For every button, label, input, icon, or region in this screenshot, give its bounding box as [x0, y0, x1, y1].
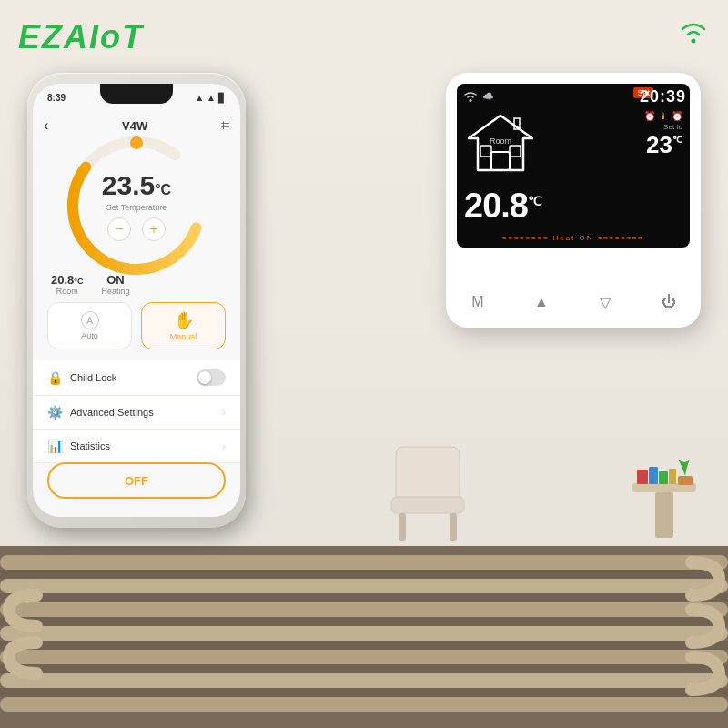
svg-rect-29 [491, 152, 510, 170]
side-table [628, 456, 701, 551]
svg-rect-4 [0, 650, 728, 664]
status-bar-icons: ▲ ▲ ▊ [195, 93, 226, 103]
wifi-signal-icon [677, 18, 710, 52]
thermostat-time: 20:39 [640, 87, 686, 106]
back-button[interactable]: ‹ [44, 117, 48, 134]
increase-temperature-button[interactable]: + [142, 217, 166, 241]
thermostat-up-button[interactable]: ▲ [529, 289, 554, 315]
child-lock-icon: 🔒 [47, 370, 63, 385]
thermostat-power-button[interactable]: ⏻ [656, 289, 682, 315]
advanced-settings-label: Advanced Settings [70, 407, 222, 418]
svg-rect-5 [0, 673, 728, 688]
svg-rect-3 [0, 626, 728, 641]
svg-rect-16 [399, 513, 406, 541]
advanced-settings-arrow: › [222, 407, 226, 418]
phone-screen: 8:39 ▲ ▲ ▊ ‹ V4W ⌗ [33, 84, 240, 517]
set-temperature-value: 23.5°C [102, 170, 171, 201]
child-lock-toggle[interactable] [197, 369, 226, 386]
status-bar-time: 8:39 [47, 93, 66, 103]
thermostat-set-area: ⏰ 🌡 ⏰ Set to 23℃ [644, 111, 682, 159]
decrease-temperature-button[interactable]: − [107, 217, 131, 241]
thermostat-device: ☁️ Sat 20:39 R [446, 73, 701, 328]
thermostat-menu-button[interactable]: M [465, 289, 490, 315]
temperature-display: 23.5°C Set Temperature − + [102, 170, 171, 241]
svg-rect-23 [669, 469, 676, 484]
svg-rect-12 [0, 688, 728, 697]
svg-rect-8 [0, 593, 728, 602]
brand-logo: EZAIoT [18, 18, 144, 56]
thermostat-room-label: Room [490, 136, 511, 146]
heating-status-label: Heating [101, 287, 129, 296]
battery-icon: ▊ [218, 93, 226, 103]
advanced-settings-item[interactable]: ⚙️ Advanced Settings › [33, 396, 240, 430]
floor-pipes [0, 546, 728, 728]
thermostat-current-temp: 20.8℃ [464, 187, 541, 226]
thermostat-heat-on: ≈≈≈≈≈≈≈≈ Heat ON ≈≈≈≈≈≈≈≈ [464, 234, 682, 242]
thermostat-mode-icon: ☁️ [482, 91, 493, 104]
svg-rect-22 [659, 471, 668, 484]
svg-rect-2 [0, 602, 728, 617]
thermostat-wifi-icon [464, 91, 477, 104]
svg-point-13 [692, 39, 696, 44]
manual-mode-icon: ✋ [174, 310, 194, 330]
manual-mode-label: Manual [170, 332, 197, 341]
thermostat-house-icon: Room [464, 111, 537, 184]
room-temp-value: 20.8°C [51, 273, 83, 287]
svg-rect-24 [678, 476, 693, 485]
edit-button[interactable]: ⌗ [221, 117, 229, 134]
auto-mode-icon: A [81, 311, 99, 329]
auto-mode-button[interactable]: A Auto [47, 302, 132, 349]
thermostat-set-label: Set to [644, 123, 682, 131]
room-temp-label: Room [51, 287, 83, 296]
statistics-label: Statistics [70, 440, 222, 451]
signal-icon: ▲ [195, 93, 204, 103]
heating-status-value: ON [101, 273, 129, 287]
statistics-arrow: › [222, 440, 226, 451]
toggle-knob [198, 371, 211, 384]
phone-body: 8:39 ▲ ▲ ▊ ‹ V4W ⌗ [27, 73, 246, 528]
off-button[interactable]: OFF [47, 462, 226, 499]
svg-rect-15 [391, 497, 464, 513]
svg-rect-1 [0, 579, 728, 593]
svg-rect-19 [655, 492, 673, 538]
chair-decoration [382, 438, 473, 551]
svg-rect-10 [0, 641, 728, 650]
phone-container: 8:39 ▲ ▲ ▊ ‹ V4W ⌗ [27, 73, 246, 528]
svg-rect-21 [649, 467, 658, 484]
svg-rect-20 [637, 470, 648, 484]
svg-rect-6 [0, 697, 728, 712]
svg-point-28 [470, 99, 472, 102]
room-temp-status: 20.8°C Room [51, 273, 83, 296]
thermostat-set-temp: 23℃ [644, 131, 682, 159]
svg-rect-7 [0, 570, 728, 579]
heating-status: ON Heating [101, 273, 129, 296]
temperature-controls: − + [102, 217, 171, 241]
svg-rect-0 [0, 555, 728, 570]
mode-buttons: A Auto ✋ Manual [33, 302, 240, 349]
advanced-settings-icon: ⚙️ [47, 405, 63, 420]
set-temperature-label: Set Temperature [102, 203, 171, 212]
svg-rect-30 [480, 146, 491, 157]
svg-rect-9 [0, 617, 728, 626]
svg-rect-11 [0, 664, 728, 673]
thermostat-down-button[interactable]: ▽ [592, 289, 618, 315]
thermostat-screen: ☁️ Sat 20:39 R [457, 84, 690, 248]
phone-notch [100, 84, 173, 104]
svg-rect-17 [450, 513, 457, 541]
menu-items: 🔒 Child Lock ⚙️ Advanced Settings › 📊 St… [33, 360, 240, 463]
thermostat-top-icons: ☁️ [464, 91, 493, 104]
thermostat-display: ☁️ Sat 20:39 R [457, 84, 690, 248]
statistics-icon: 📊 [47, 439, 63, 453]
current-status-row: 20.8°C Room ON Heating [33, 273, 240, 296]
wifi-icon: ▲ [207, 93, 216, 103]
child-lock-label: Child Lock [70, 372, 197, 383]
statistics-item[interactable]: 📊 Statistics › [33, 430, 240, 463]
thermostat-buttons: M ▲ ▽ ⏻ [446, 289, 701, 315]
manual-mode-button[interactable]: ✋ Manual [141, 302, 226, 349]
child-lock-item[interactable]: 🔒 Child Lock [33, 360, 240, 396]
temperature-dial-area: 23.5°C Set Temperature − + [33, 142, 240, 269]
svg-point-27 [130, 136, 143, 149]
svg-rect-31 [510, 146, 521, 157]
svg-rect-14 [396, 447, 460, 501]
auto-mode-label: Auto [81, 331, 98, 340]
